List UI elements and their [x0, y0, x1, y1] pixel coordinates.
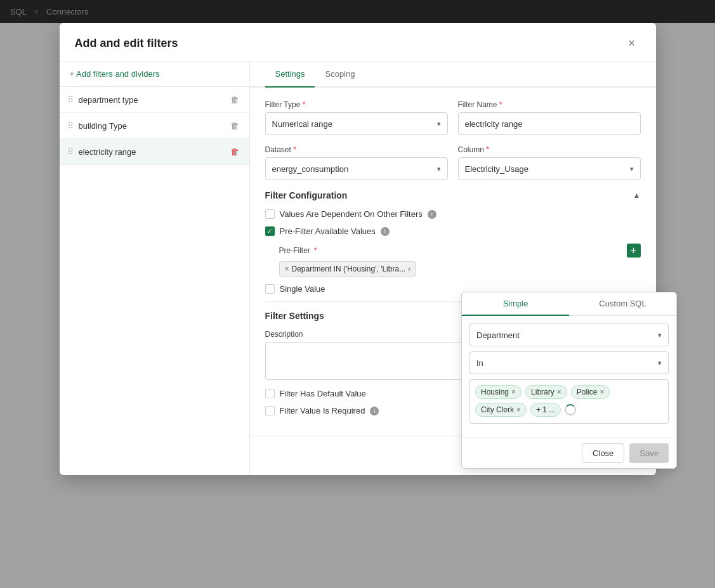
add-prefilter-button[interactable]: + [627, 244, 641, 258]
chevron-down-icon: ▾ [437, 165, 441, 173]
tab-scoping[interactable]: Scoping [315, 62, 365, 88]
drag-handle-icon: ⠿ [67, 147, 74, 157]
tag-label: Housing [481, 388, 509, 396]
add-filters-button[interactable]: + Add filters and dividers [60, 62, 249, 87]
sidebar-item-electricity-range[interactable]: ⠿ electricity range 🗑 [60, 139, 249, 165]
filter-type-group: Filter Type * Numerical range ▾ [265, 100, 448, 135]
prefilter-popup-panel: Simple Custom SQL Department ▾ In ▾ [461, 292, 677, 469]
tag-chip-housing: Housing × [475, 385, 521, 399]
sidebar-item-building-type[interactable]: ⠿ building Type 🗑 [60, 113, 249, 139]
chevron-down-icon: ▾ [658, 359, 662, 367]
values-dependent-checkbox[interactable] [265, 209, 275, 219]
single-value-checkbox[interactable] [265, 284, 275, 294]
popup-save-button[interactable]: Save [629, 443, 669, 463]
tag-label: Police [577, 388, 598, 396]
loading-spinner-icon [565, 404, 576, 415]
filter-type-label: Filter Type * [265, 100, 448, 109]
prefilter-tag-text: Department IN ('Housing', 'Libra... [292, 265, 406, 273]
prefilter-checkbox[interactable] [265, 226, 275, 236]
popup-footer: Close Save [462, 438, 676, 468]
values-dependent-row: Values Are Dependent On Other Filters i [265, 209, 641, 219]
dataset-label: Dataset * [265, 145, 448, 154]
tag-label: City Clerk [481, 405, 514, 414]
popup-tab-simple[interactable]: Simple [462, 292, 569, 316]
filter-name-input[interactable] [458, 112, 641, 135]
chevron-down-icon: ▾ [658, 331, 662, 339]
settings-tabs: Settings Scoping [250, 62, 656, 88]
filter-config-title: Filter Configuration [265, 190, 348, 200]
remove-police-button[interactable]: × [600, 388, 604, 396]
remove-housing-button[interactable]: × [511, 388, 516, 396]
sidebar: + Add filters and dividers ⠿ department … [60, 62, 250, 475]
tag-more[interactable]: + 1 ... [530, 403, 561, 417]
delete-filter-button[interactable]: 🗑 [228, 145, 242, 158]
filter-settings-title: Filter Settings [265, 311, 324, 321]
filter-name-group: Filter Name * [458, 100, 641, 135]
chevron-down-icon: ▾ [630, 165, 634, 173]
prefilter-tag-row: × Department IN ('Housing', 'Libra... › [279, 261, 641, 277]
tag-label: Library [531, 388, 554, 396]
page-background: SQL ▾ Connectors Add and edit filters × … [0, 0, 715, 588]
tags-row: Housing × Library × Police × [475, 385, 663, 417]
prefilter-info-icon[interactable]: i [381, 227, 390, 236]
popup-operator-select[interactable]: In ▾ [469, 351, 669, 374]
remove-library-button[interactable]: × [557, 388, 561, 396]
info-icon[interactable]: i [428, 210, 436, 219]
delete-filter-button[interactable]: 🗑 [228, 119, 242, 132]
values-dependent-label: Values Are Dependent On Other Filters [280, 209, 423, 219]
tag-more-label: + 1 ... [536, 405, 555, 414]
dataset-row: Dataset * energy_consumption ▾ [265, 145, 641, 180]
sidebar-item-label: building Type [79, 121, 223, 131]
prefilter-tag[interactable]: × Department IN ('Housing', 'Libra... › [279, 261, 417, 277]
delete-filter-button[interactable]: 🗑 [228, 93, 242, 106]
tag-remove-button[interactable]: × [285, 265, 289, 273]
tag-expand-icon[interactable]: › [408, 265, 410, 273]
filter-name-label: Filter Name * [458, 100, 641, 109]
popup-operator-value: In [476, 358, 483, 368]
filter-default-checkbox[interactable] [265, 389, 275, 398]
filter-type-select[interactable]: Numerical range ▾ [265, 112, 448, 135]
dataset-select[interactable]: energy_consumption ▾ [265, 157, 448, 180]
prefilter-row: Pre-Filter Available Values i [265, 226, 641, 236]
tag-chip-police: Police × [571, 385, 610, 399]
column-group: Column * Electricity_Usage ▾ [458, 145, 641, 180]
sidebar-item-label: electricity range [79, 147, 223, 157]
tab-settings[interactable]: Settings [265, 62, 315, 88]
filter-required-label: Filter Value Is Required [280, 406, 365, 415]
modal-header: Add and edit filters × [60, 23, 656, 62]
filter-type-value: Numerical range [272, 119, 332, 129]
modal-title: Add and edit filters [75, 37, 178, 50]
tag-chip-library: Library × [525, 385, 567, 399]
popup-close-button[interactable]: Close [582, 443, 624, 463]
popup-tabs: Simple Custom SQL [462, 292, 676, 316]
dataset-value: energy_consumption [272, 164, 349, 174]
popup-tab-custom-sql[interactable]: Custom SQL [569, 292, 676, 316]
dataset-group: Dataset * energy_consumption ▾ [265, 145, 448, 180]
popup-content: Department ▾ In ▾ Housing × [462, 316, 676, 438]
sidebar-item-dept-type[interactable]: ⠿ department type 🗑 [60, 87, 249, 113]
column-value: Electricity_Usage [465, 164, 528, 174]
column-label: Column * [458, 145, 641, 154]
chevron-down-icon: ▾ [437, 120, 441, 128]
prefilter-section: Pre-Filter * + × Department IN ('Housing… [279, 244, 641, 277]
popup-department-select[interactable]: Department ▾ [469, 323, 669, 346]
filter-required-checkbox[interactable] [265, 406, 275, 415]
tags-area: Housing × Library × Police × [469, 379, 669, 424]
tag-chip-city-clerk: City Clerk × [475, 403, 527, 417]
filter-config-section[interactable]: Filter Configuration ▲ [265, 190, 641, 200]
sidebar-item-label: department type [79, 95, 223, 105]
drag-handle-icon: ⠿ [67, 95, 74, 105]
popup-field-value: Department [476, 330, 520, 340]
column-select[interactable]: Electricity_Usage ▾ [458, 157, 641, 180]
collapse-icon: ▲ [633, 191, 641, 200]
modal-close-button[interactable]: × [623, 34, 641, 52]
prefilter-field-label: Pre-Filter * + [279, 244, 641, 258]
filter-type-row: Filter Type * Numerical range ▾ [265, 100, 641, 135]
modal-overlay: Add and edit filters × + Add filters and… [0, 0, 715, 588]
remove-city-clerk-button[interactable]: × [516, 406, 521, 414]
required-info-icon[interactable]: i [370, 407, 379, 415]
drag-handle-icon: ⠿ [67, 121, 74, 131]
filter-default-label: Filter Has Default Value [280, 389, 366, 398]
single-value-label: Single Value [280, 284, 325, 294]
prefilter-label: Pre-Filter Available Values [280, 226, 376, 236]
